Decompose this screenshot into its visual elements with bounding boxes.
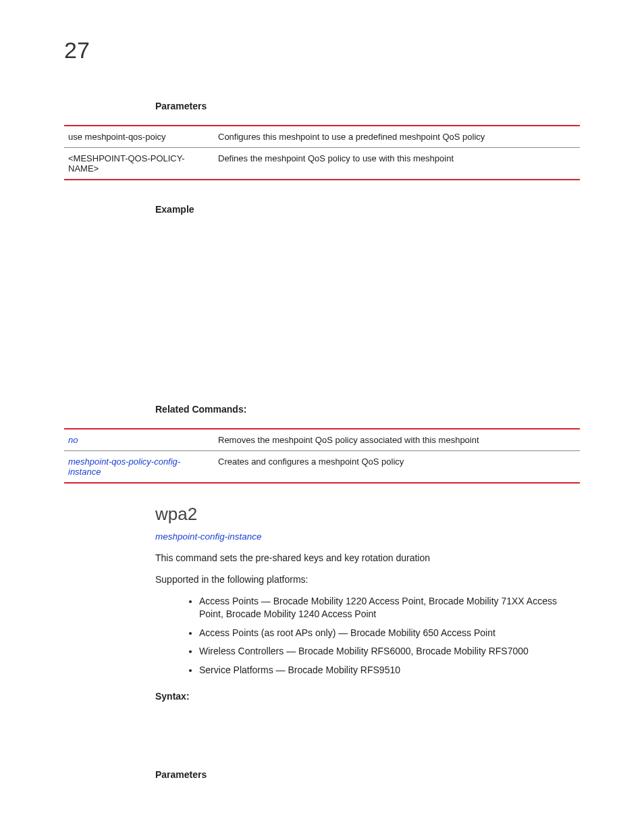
list-item: Access Points — Brocade Mobility 1220 Ac… [199,595,580,621]
parameters-table: use meshpoint-qos-poicy Configures this … [64,125,580,180]
related-commands-table: no Removes the meshpoint QoS policy asso… [64,428,580,484]
table-row: no Removes the meshpoint QoS policy asso… [64,429,580,451]
supported-platforms-intro: Supported in the following platforms: [155,573,580,586]
chapter-number: 27 [64,37,580,63]
example-heading: Example [155,204,580,215]
parameters-heading: Parameters [155,101,580,111]
param-desc: Defines the meshpoint QoS policy to use … [214,148,580,180]
list-item: Wireless Controllers — Brocade Mobility … [199,645,580,658]
table-row: meshpoint-qos-policy-config-instance Cre… [64,451,580,484]
related-link[interactable]: meshpoint-qos-policy-config-instance [64,451,214,484]
command-description: This command sets the pre-shared keys an… [155,551,580,565]
table-row: <MESHPOINT-QOS-POLICY-NAME> Defines the … [64,148,580,180]
parameters-heading-2: Parameters [155,769,580,780]
param-name: use meshpoint-qos-poicy [64,126,214,148]
related-desc: Removes the meshpoint QoS policy associa… [214,429,580,451]
syntax-block [155,715,580,769]
related-commands-heading: Related Commands: [155,404,580,415]
config-instance-link[interactable]: meshpoint-config-instance [155,531,580,542]
platforms-list: Access Points — Brocade Mobility 1220 Ac… [155,595,580,677]
related-link[interactable]: no [64,429,214,451]
param-name: <MESHPOINT-QOS-POLICY-NAME> [64,148,214,180]
related-desc: Creates and configures a meshpoint QoS p… [214,451,580,484]
list-item: Access Points (as root APs only) — Broca… [199,627,580,640]
table-row: use meshpoint-qos-poicy Configures this … [64,126,580,148]
command-title: wpa2 [155,504,580,525]
example-block [155,228,580,404]
list-item: Service Platforms — Brocade Mobility RFS… [199,664,580,677]
param-desc: Configures this meshpoint to use a prede… [214,126,580,148]
syntax-heading: Syntax: [155,691,580,702]
